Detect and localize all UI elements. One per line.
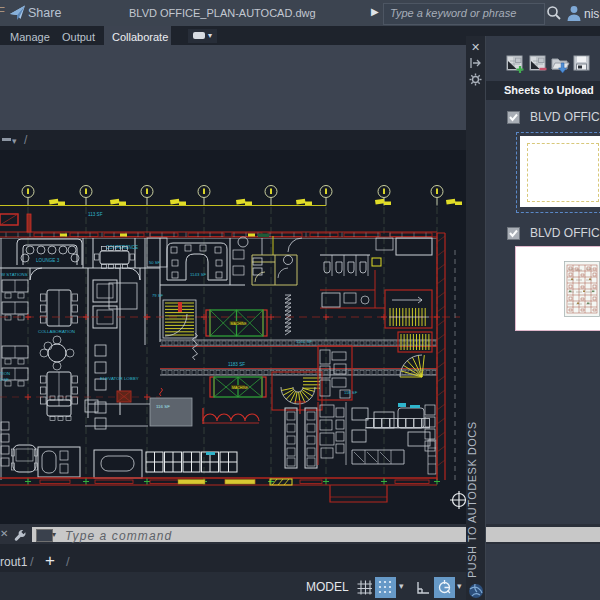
svg-text:CONFERENCE: CONFERENCE <box>106 245 138 250</box>
svg-text:118 SF: 118 SF <box>344 390 358 395</box>
svg-text:LOUNGE 3: LOUNGE 3 <box>36 258 60 263</box>
svg-text:79 SF: 79 SF <box>152 293 164 298</box>
svg-text:113 SF: 113 SF <box>88 212 103 217</box>
svg-text:1183 SF: 1183 SF <box>228 362 245 367</box>
svg-text:TION: TION <box>0 371 10 376</box>
svg-text:MACHINE: MACHINE <box>231 322 248 326</box>
svg-text:ELEVATOR LOBBY: ELEVATOR LOBBY <box>100 376 139 381</box>
svg-text:W STATIONS: W STATIONS <box>1 272 28 277</box>
svg-text:COLLABORATION: COLLABORATION <box>38 329 75 334</box>
svg-text:0 SF: 0 SF <box>0 377 9 382</box>
svg-text:MACHINE: MACHINE <box>232 386 249 390</box>
svg-text:1143 SF: 1143 SF <box>190 272 207 277</box>
svg-text:50 SF: 50 SF <box>149 260 161 265</box>
svg-text:116 SF: 116 SF <box>156 404 170 409</box>
